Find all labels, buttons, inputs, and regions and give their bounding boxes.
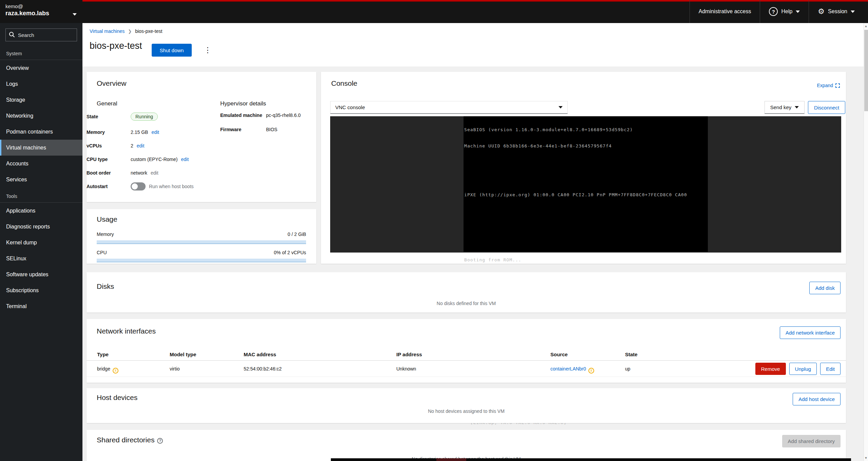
col-type: Type — [97, 352, 109, 357]
memory-edit-link[interactable]: edit — [151, 129, 159, 135]
scroll-down-icon[interactable]: ▼ — [864, 456, 868, 460]
host-devices-title: Host devices — [97, 394, 137, 402]
breadcrumb: Virtual machines ❯ bios-pxe-test — [90, 28, 162, 34]
search-input[interactable] — [5, 28, 77, 41]
send-key-dropdown[interactable]: Send key — [765, 101, 805, 114]
edit-nic-button[interactable]: Edit — [820, 363, 841, 375]
vcpus-edit-link[interactable]: edit — [137, 143, 145, 148]
cut-off-bottom-strip — [331, 458, 851, 461]
network-table-header: Type Model type MAC address IP address S… — [87, 349, 846, 360]
sidebar: System Overview Logs Storage Networking … — [0, 23, 82, 461]
disks-title: Disks — [97, 282, 114, 290]
col-model-type: Model type — [170, 352, 196, 357]
col-source: Source — [550, 352, 568, 357]
sidebar-item-networking[interactable]: Networking — [0, 108, 82, 124]
sidebar-item-overview[interactable]: Overview — [0, 60, 82, 76]
col-state: State — [625, 352, 638, 357]
vm-actions-kebab-icon[interactable]: ⋮ — [202, 44, 213, 56]
console-expand-button[interactable]: Expand — [817, 83, 840, 88]
sidebar-item-subscriptions[interactable]: Subscriptions — [0, 282, 82, 298]
scroll-up-icon[interactable]: ▲ — [864, 24, 868, 28]
usage-memory-label: Memory — [97, 232, 114, 237]
session-label: Session — [828, 8, 847, 15]
sidebar-item-virtual-machines[interactable]: Virtual machines — [0, 140, 82, 156]
console-line: Booting from ROM... — [464, 257, 708, 263]
expand-label: Expand — [817, 83, 833, 88]
pending-changes-icon[interactable]: ⧖ — [588, 368, 594, 374]
pending-changes-icon[interactable]: ⧖ — [113, 368, 118, 374]
vnc-console-screen[interactable]: SeaBIOS (version 1.16.0-3.module+el8.7.0… — [464, 116, 708, 252]
toggle-knob — [132, 183, 138, 189]
sidebar-item-selinux[interactable]: SELinux — [0, 250, 82, 266]
nic-model: virtio — [170, 366, 180, 372]
vnc-letterbox: SeaBIOS (version 1.16.0-3.module+el8.7.0… — [330, 116, 841, 253]
firmware-value: BIOS — [266, 127, 277, 132]
memory-label: Memory — [87, 129, 131, 135]
breadcrumb-virtual-machines-link[interactable]: Virtual machines — [90, 28, 125, 34]
help-icon: ? — [769, 7, 778, 16]
unplug-nic-button[interactable]: Unplug — [789, 363, 817, 375]
console-line — [464, 241, 708, 246]
console-line — [464, 176, 708, 181]
sidebar-item-services[interactable]: Services — [0, 172, 82, 187]
chevron-down-icon — [796, 11, 800, 13]
disks-card: Disks Add disk No disks defined for this… — [87, 272, 846, 313]
vcpus-row: vCPUs 2 edit — [87, 143, 144, 148]
cpu-type-row: CPU type custom (EPYC-Rome) edit — [87, 157, 189, 162]
add-shared-directory-button: Add shared directory — [782, 435, 841, 447]
page-title: bios-pxe-test — [90, 41, 142, 51]
nic-type: bridge⧖ — [97, 366, 118, 374]
help-popover-icon[interactable]: ? — [157, 438, 163, 444]
remove-nic-button[interactable]: Remove — [755, 363, 786, 375]
firmware-row: Firmware BIOS — [220, 127, 277, 132]
firmware-label: Firmware — [220, 127, 266, 132]
autostart-label: Autostart — [87, 184, 131, 189]
add-disk-button[interactable]: Add disk — [809, 282, 841, 294]
add-network-interface-button[interactable]: Add network interface — [780, 326, 841, 339]
usage-card: Usage Memory 0 / 2 GiB CPU 0% of 2 vCPUs — [87, 209, 316, 264]
sidebar-item-logs[interactable]: Logs — [0, 76, 82, 92]
shut-down-button[interactable]: Shut down — [152, 44, 192, 57]
sidebar-item-software-updates[interactable]: Software updates — [0, 266, 82, 282]
cpu-type-edit-link[interactable]: edit — [181, 157, 189, 162]
administrative-access-button[interactable]: Administrative access — [690, 0, 760, 23]
sidebar-item-applications[interactable]: Applications — [0, 203, 82, 219]
console-type-select[interactable]: VNC console — [330, 101, 568, 114]
sidebar-section-system: System — [0, 45, 82, 60]
boot-order-edit-link[interactable]: edit — [151, 170, 158, 176]
chevron-down-icon — [795, 106, 799, 108]
disks-empty-text: No disks defined for this VM — [87, 301, 846, 306]
page-scrollbar[interactable]: ▲ ▼ — [864, 23, 868, 461]
session-menu[interactable]: ⚙ Session — [809, 0, 864, 23]
usage-cpu-label: CPU — [97, 250, 107, 255]
disconnect-button[interactable]: Disconnect — [808, 101, 845, 114]
emulated-machine-row: Emulated machine pc-q35-rhel8.6.0 — [220, 113, 301, 118]
sidebar-item-accounts[interactable]: Accounts — [0, 156, 82, 172]
usage-cpu-value: 0% of 2 vCPUs — [274, 250, 306, 255]
sidebar-item-podman-containers[interactable]: Podman containers — [0, 124, 82, 140]
autostart-hint: Run when host boots — [149, 184, 194, 189]
sidebar-item-diagnostic-reports[interactable]: Diagnostic reports — [0, 219, 82, 235]
sidebar-section-tools: Tools — [0, 187, 82, 202]
page-header: Virtual machines ❯ bios-pxe-test bios-px… — [82, 23, 864, 66]
usage-memory-value: 0 / 2 GiB — [288, 232, 306, 237]
scrollbar-thumb[interactable] — [864, 30, 868, 111]
state-label: State — [87, 114, 131, 119]
sidebar-item-kernel-dump[interactable]: Kernel dump — [0, 235, 82, 250]
masthead: kemo@ raza.kemo.labs Administrative acce… — [0, 0, 868, 23]
autostart-toggle[interactable] — [131, 182, 146, 191]
nic-source-link[interactable]: containerLANbr0 — [550, 366, 586, 372]
sidebar-item-terminal[interactable]: Terminal — [0, 298, 82, 314]
console-line: SeaBIOS (version 1.16.0-3.module+el8.7.0… — [464, 127, 708, 133]
cut-off-red-segment — [436, 458, 466, 461]
search-icon — [9, 32, 15, 39]
add-host-device-button[interactable]: Add host device — [793, 393, 841, 405]
sidebar-item-storage[interactable]: Storage — [0, 92, 82, 108]
console-line — [464, 160, 708, 165]
console-title: Console — [331, 79, 357, 87]
masthead-toolbar: Administrative access ? Help ⚙ Session — [690, 0, 864, 23]
host-switcher[interactable]: kemo@ raza.kemo.labs — [5, 3, 77, 17]
help-menu[interactable]: ? Help — [760, 0, 809, 23]
vcpus-value: 2 — [131, 143, 133, 148]
network-interface-row: bridge⧖ virtio 52:54:00:b2:46:c2 Unknown… — [87, 360, 846, 377]
